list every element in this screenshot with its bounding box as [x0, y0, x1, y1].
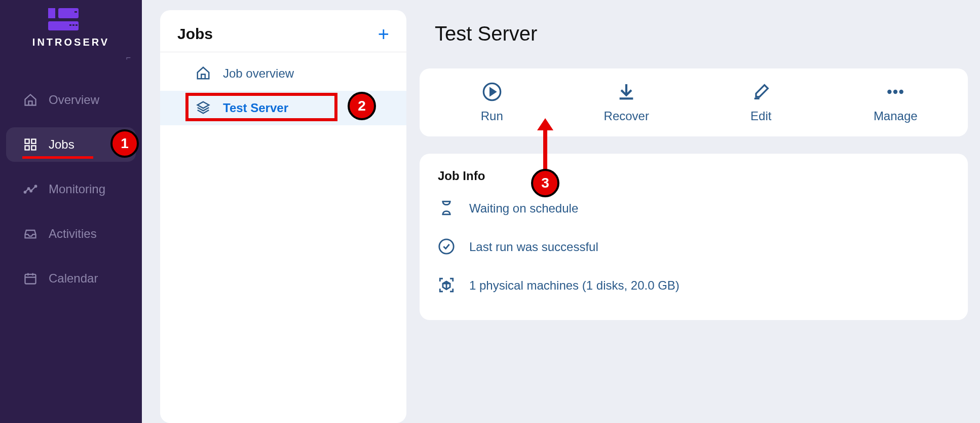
job-info-text: Last run was successful — [469, 240, 598, 254]
job-info-row: Waiting on schedule — [438, 199, 950, 218]
svg-point-14 — [35, 185, 37, 187]
job-list-item-label: Job overview — [223, 66, 294, 81]
jobs-header: Jobs + — [160, 10, 406, 52]
sidebar-item-activities[interactable]: Activities — [6, 217, 136, 251]
calendar-icon — [22, 270, 39, 287]
grid-icon — [22, 136, 39, 153]
add-job-button[interactable]: + — [378, 24, 389, 44]
home-icon — [196, 65, 212, 82]
main-area: Jobs + Job overview Test Server 2 Test S… — [142, 0, 980, 423]
action-label: Recover — [604, 109, 649, 123]
play-icon — [482, 82, 502, 102]
download-icon — [616, 82, 636, 102]
svg-point-18 — [893, 90, 897, 94]
job-list: Job overview Test Server 2 — [160, 52, 406, 125]
action-label: Manage — [874, 109, 918, 123]
sidebar-item-label: Overview — [49, 93, 99, 107]
recover-button[interactable]: Recover — [588, 82, 664, 123]
inbox-icon — [22, 226, 39, 242]
brand-logo: INTROSERV — [0, 7, 142, 48]
job-list-item-test-server[interactable]: Test Server 2 — [160, 91, 406, 125]
job-info-title: Job Info — [438, 169, 950, 183]
svg-rect-2 — [74, 11, 77, 13]
svg-point-12 — [28, 188, 30, 190]
svg-rect-0 — [48, 8, 55, 18]
sidebar: INTROSERV ⌐ Overview Jobs 1 Monitoring A… — [0, 0, 142, 423]
home-icon — [22, 92, 39, 108]
sidebar-item-label: Monitoring — [49, 182, 105, 196]
svg-point-19 — [899, 90, 903, 94]
sidebar-item-calendar[interactable]: Calendar — [6, 261, 136, 296]
annotation-badge-2: 2 — [348, 92, 376, 120]
job-info-row: 1 physical machines (1 disks, 20.0 GB) — [438, 276, 950, 295]
sidebar-item-label: Activities — [49, 227, 97, 241]
sidebar-item-jobs[interactable]: Jobs 1 — [6, 127, 136, 162]
svg-rect-7 — [25, 139, 29, 144]
svg-point-13 — [30, 190, 31, 192]
stack-icon — [196, 100, 212, 116]
sidebar-item-label: Calendar — [49, 271, 98, 286]
jobs-panel: Jobs + Job overview Test Server 2 — [160, 10, 406, 423]
svg-rect-1 — [58, 8, 79, 18]
check-circle-icon — [438, 238, 456, 256]
job-list-item-label: Test Server — [223, 101, 288, 115]
cube-scan-icon — [438, 276, 456, 295]
svg-point-17 — [887, 90, 891, 94]
hourglass-icon — [438, 199, 456, 218]
svg-rect-4 — [69, 24, 71, 26]
chart-icon — [22, 181, 39, 197]
edit-button[interactable]: Edit — [723, 82, 799, 123]
svg-point-20 — [439, 239, 454, 254]
job-info-row: Last run was successful — [438, 238, 950, 256]
svg-rect-8 — [31, 139, 35, 144]
annotation-badge-1: 1 — [110, 129, 139, 158]
svg-rect-15 — [25, 274, 36, 284]
brand-glyph-icon — [48, 7, 94, 31]
sidebar-item-label: Jobs — [49, 137, 74, 152]
action-bar: Run Recover Edit Manage — [420, 68, 968, 136]
svg-rect-9 — [25, 146, 29, 150]
svg-rect-5 — [72, 24, 74, 26]
annotation-underline — [22, 156, 93, 159]
brand-name: INTROSERV — [32, 37, 109, 48]
manage-button[interactable]: Manage — [857, 82, 933, 123]
job-info-text: 1 physical machines (1 disks, 20.0 GB) — [469, 278, 680, 293]
action-label: Run — [481, 109, 503, 123]
detail-column: Test Server Run Recover Edit — [420, 10, 968, 423]
more-icon — [885, 82, 906, 102]
sidebar-item-monitoring[interactable]: Monitoring — [6, 172, 136, 206]
edit-icon — [751, 82, 771, 102]
run-button[interactable]: Run — [454, 82, 530, 123]
sidebar-collapse-toggle[interactable]: ⌐ — [0, 53, 142, 62]
page-title: Test Server — [435, 22, 968, 45]
job-list-item-overview[interactable]: Job overview — [160, 56, 406, 91]
action-label: Edit — [750, 109, 771, 123]
job-info-card: Job Info Waiting on schedule Last run wa… — [420, 154, 968, 320]
svg-rect-6 — [76, 24, 78, 26]
svg-rect-10 — [31, 146, 35, 150]
sidebar-item-overview[interactable]: Overview — [6, 83, 136, 117]
jobs-title: Jobs — [177, 25, 213, 43]
job-info-text: Waiting on schedule — [469, 201, 578, 216]
svg-point-11 — [24, 191, 26, 193]
